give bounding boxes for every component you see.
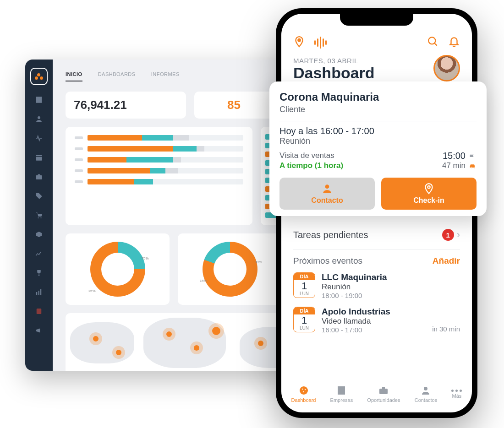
trophy-icon[interactable] (34, 268, 44, 277)
chart-line-icon[interactable] (34, 249, 44, 258)
kpi-value: 76,941.21 (74, 98, 178, 112)
svg-point-10 (428, 37, 435, 44)
card-when: Hoy a las 16:00 - 17:00 (279, 126, 477, 136)
bell-icon[interactable] (448, 36, 460, 49)
kpi-card-1: 76,941.21 (66, 92, 186, 119)
event-item[interactable]: DÍA 1 LUN LLC Maquinaria Reunión 18:00 -… (293, 272, 460, 299)
card-duration: 47 min (442, 161, 466, 170)
svg-rect-8 (37, 309, 42, 314)
event-item[interactable]: DÍA 1 LUN Apolo Industrias Video llamada… (293, 307, 460, 334)
report-icon[interactable] (34, 307, 44, 316)
svg-point-4 (40, 217, 41, 218)
pin-icon[interactable] (293, 36, 305, 49)
svg-rect-15 (379, 389, 388, 394)
kpi-value: 85 (203, 98, 265, 112)
tab-dashboards[interactable]: DASHBOARDS (98, 71, 136, 81)
card-company: Corona Maquinaria (279, 91, 477, 103)
tab-dashboard[interactable]: Dashboard (291, 385, 316, 403)
card-ontime: A tiempo (1 hora) (279, 161, 343, 170)
event-company: Apolo Industrias (322, 307, 426, 317)
tab-inicio[interactable]: INICIO (66, 71, 82, 81)
car-icon (468, 162, 477, 169)
svg-point-12 (301, 389, 302, 390)
svg-rect-6 (38, 291, 39, 295)
hbar-chart (66, 127, 252, 225)
contacto-button[interactable]: Contacto (279, 178, 375, 210)
megaphone-icon[interactable] (34, 326, 44, 335)
briefcase-icon[interactable] (34, 172, 44, 181)
svg-point-18 (427, 186, 430, 188)
chevron-right-icon: › (457, 229, 460, 241)
event-type: Video llamada (322, 317, 426, 326)
card-role: Cliente (279, 105, 477, 114)
svg-point-9 (298, 39, 300, 41)
kpi-card-2: 85 (194, 92, 273, 119)
svg-point-17 (325, 184, 329, 189)
tab-contactos[interactable]: Contactos (415, 385, 438, 403)
event-time: 16:00 - 17:00 (322, 326, 426, 334)
date-badge: DÍA 1 LUN (293, 307, 315, 332)
bars-icon[interactable] (34, 287, 44, 297)
event-time: 18:00 - 19:00 (322, 292, 460, 299)
flag-icon (468, 152, 477, 160)
svg-point-16 (424, 387, 427, 390)
card-type: Reunión (279, 136, 477, 146)
page-title: Dashboard (293, 65, 375, 81)
cart-icon[interactable] (34, 211, 44, 220)
tab-empresas[interactable]: Empresas (330, 385, 353, 403)
event-eta: in 30 min (432, 325, 460, 333)
phone-notch (340, 14, 413, 26)
event-company: LLC Maquinaria (322, 272, 460, 282)
events-header: Próximos eventos (293, 256, 362, 266)
user-icon[interactable] (34, 114, 44, 124)
search-icon[interactable] (427, 36, 439, 49)
more-icon (451, 390, 462, 392)
tab-informes[interactable]: INFORMES (151, 71, 180, 81)
svg-point-13 (304, 389, 305, 390)
donut-chart-2: 80%15% (178, 233, 282, 305)
checkin-button[interactable]: Check-in (381, 178, 477, 210)
pending-count-badge: 1 (442, 229, 454, 241)
activity-icon[interactable] (34, 134, 44, 143)
svg-point-3 (38, 217, 38, 218)
event-type: Reunión (322, 282, 460, 292)
date-label: MARTES, 03 ABRIL (293, 57, 375, 65)
sidebar (25, 60, 53, 371)
svg-rect-5 (36, 292, 37, 295)
events-section: Próximos eventos Añadir DÍA 1 LUN LLC Ma… (293, 249, 460, 334)
tab-mas[interactable]: Más (451, 390, 462, 399)
card-visit-type: Visita de ventas (279, 151, 343, 160)
building-icon[interactable] (34, 95, 44, 104)
svg-point-0 (38, 116, 40, 119)
svg-rect-2 (36, 175, 42, 179)
svg-rect-7 (40, 289, 41, 295)
pending-tasks-row[interactable]: Tareas pendientes 1 › (293, 229, 460, 249)
add-button[interactable]: Añadir (433, 256, 460, 266)
phone-tabbar: Dashboard Empresas Oportunidades Contact… (281, 377, 472, 412)
svg-point-14 (302, 391, 303, 392)
tab-oportunidades[interactable]: Oportunidades (367, 385, 400, 403)
calendar-icon[interactable] (34, 153, 44, 162)
app-logo[interactable] (30, 68, 48, 85)
sound-wave-icon[interactable] (314, 37, 327, 49)
box-icon[interactable] (34, 230, 44, 239)
avatar[interactable] (433, 55, 460, 81)
card-start-time: 15:00 (443, 151, 466, 161)
svg-rect-1 (36, 155, 42, 161)
pending-label: Tareas pendientes (293, 230, 368, 240)
event-detail-card: Corona Maquinaria Cliente Hoy a las 16:0… (269, 81, 487, 216)
svg-point-11 (300, 386, 308, 395)
date-badge: DÍA 1 LUN (293, 272, 315, 298)
donut-chart-1: 75%15% (66, 233, 170, 305)
tag-icon[interactable] (34, 191, 44, 200)
